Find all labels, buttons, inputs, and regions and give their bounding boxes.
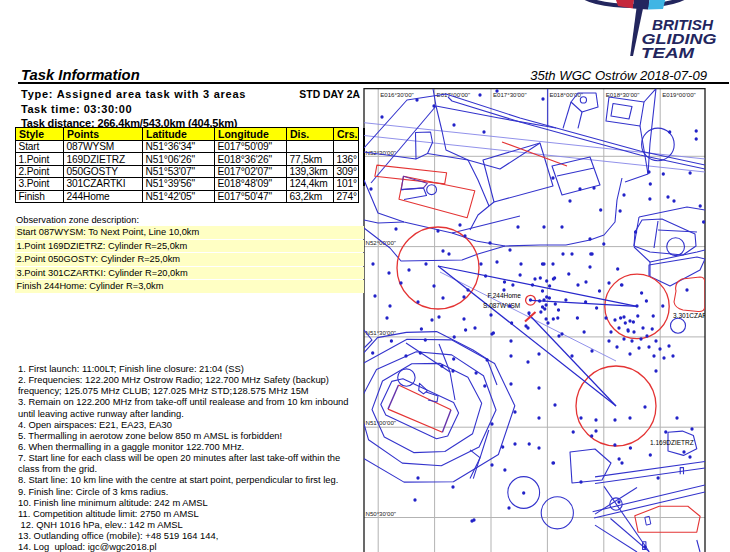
svg-text:TEAM: TEAM <box>641 45 696 61</box>
svg-text:E016°30'00": E016°30'00" <box>380 91 414 98</box>
svg-text:BRITISH: BRITISH <box>652 17 714 33</box>
svg-text:S.087WYSM: S.087WYSM <box>483 302 520 309</box>
svg-text:N51°00'00": N51°00'00" <box>366 419 397 426</box>
svg-text:E019°00'00": E019°00'00" <box>662 91 696 98</box>
svg-text:E018°00'00": E018°00'00" <box>549 91 583 98</box>
svg-text:E018°30'00": E018°30'00" <box>606 91 640 98</box>
svg-text:N50°30'00": N50°30'00" <box>366 510 397 517</box>
svg-text:3.301CZARTKI: 3.301CZARTKI <box>673 312 717 319</box>
svg-text:N52°00'00": N52°00'00" <box>366 239 397 246</box>
svg-text:1.169DZIETRZ: 1.169DZIETRZ <box>650 439 694 446</box>
svg-text:F.244Home: F.244Home <box>488 292 522 299</box>
